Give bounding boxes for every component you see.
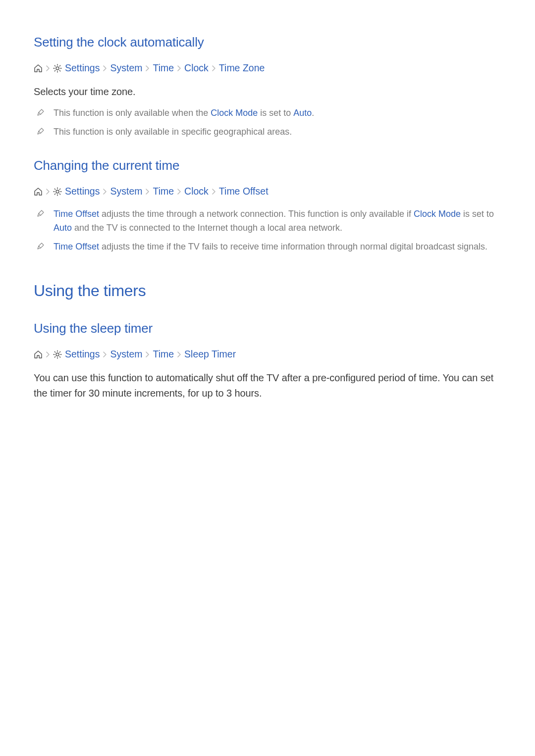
chevron-right-icon [46,188,50,195]
crumb-time: Time [153,61,174,75]
home-icon [34,187,43,196]
heading-clock-auto: Setting the clock automatically [34,35,501,50]
section-sleep-timer: Using the sleep timer Settings System Ti… [34,321,501,401]
chevron-right-icon [212,65,216,72]
crumb-time-offset: Time Offset [219,184,268,199]
crumb-clock: Clock [184,184,209,199]
note-text: This function is only available in speci… [54,125,501,139]
note-item: This function is only available in speci… [34,125,501,139]
pencil-icon [37,108,45,116]
section-change-time: Changing the current time Settings Syste… [34,158,501,254]
chevron-right-icon [177,351,181,358]
note-list: This function is only available when the… [34,106,501,139]
breadcrumb: Settings System Time Clock Time Zone [34,61,501,75]
keyword-clock-mode: Clock Mode [211,108,258,118]
note-item: Time Offset adjusts the time if the TV f… [34,240,501,254]
breadcrumb: Settings System Time Sleep Timer [34,347,501,361]
home-icon [34,350,43,359]
crumb-clock: Clock [184,61,209,75]
chevron-right-icon [145,188,150,195]
gear-icon [53,350,62,359]
crumb-settings: Settings [65,184,100,199]
note-item: This function is only available when the… [34,106,501,120]
crumb-time: Time [153,184,174,199]
note-text: Time Offset adjusts the time through a n… [54,207,501,235]
chevron-right-icon [103,188,107,195]
crumb-sleep-timer: Sleep Timer [184,347,236,361]
heading-using-timers: Using the timers [34,282,501,300]
home-icon [34,64,43,73]
pencil-icon [37,209,45,217]
body-text: Selects your time zone. [34,84,501,100]
keyword-clock-mode: Clock Mode [414,209,461,219]
crumb-time: Time [153,347,174,361]
gear-icon [53,64,62,73]
heading-change-time: Changing the current time [34,158,501,173]
chevron-right-icon [46,351,50,358]
keyword-auto: Auto [54,223,72,233]
section-clock-auto: Setting the clock automatically Settings… [34,35,501,139]
chevron-right-icon [145,65,150,72]
pencil-icon [37,242,45,250]
keyword-time-offset: Time Offset [54,242,99,252]
body-text: You can use this function to automatical… [34,370,501,401]
breadcrumb: Settings System Time Clock Time Offset [34,184,501,199]
chevron-right-icon [177,65,181,72]
crumb-system: System [110,61,142,75]
crumb-time-zone: Time Zone [219,61,265,75]
crumb-settings: Settings [65,61,100,75]
heading-sleep-timer: Using the sleep timer [34,321,501,336]
keyword-time-offset: Time Offset [54,209,99,219]
crumb-settings: Settings [65,347,100,361]
note-text: This function is only available when the… [54,106,501,120]
chevron-right-icon [212,188,216,195]
pencil-icon [37,127,45,135]
chevron-right-icon [103,351,107,358]
note-text: Time Offset adjusts the time if the TV f… [54,240,501,254]
gear-icon [53,187,62,196]
crumb-system: System [110,184,142,199]
chevron-right-icon [145,351,150,358]
note-list: Time Offset adjusts the time through a n… [34,207,501,254]
chevron-right-icon [177,188,181,195]
chevron-right-icon [103,65,107,72]
note-item: Time Offset adjusts the time through a n… [34,207,501,235]
keyword-auto: Auto [293,108,312,118]
crumb-system: System [110,347,142,361]
chevron-right-icon [46,65,50,72]
